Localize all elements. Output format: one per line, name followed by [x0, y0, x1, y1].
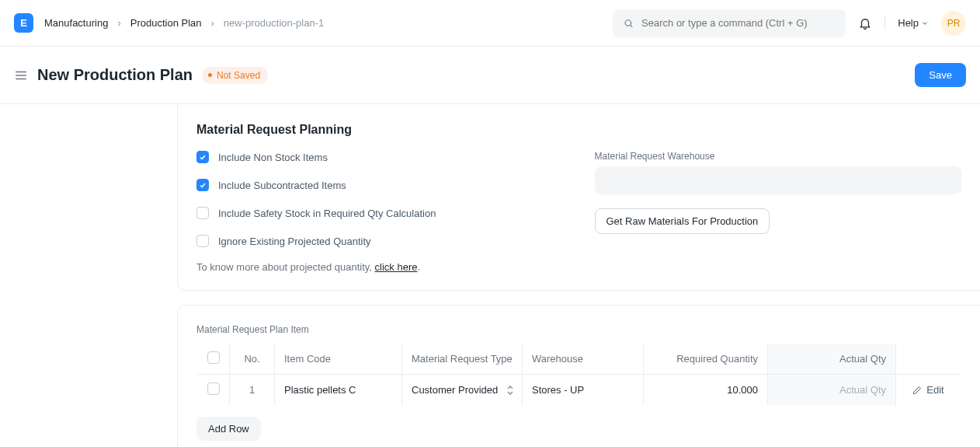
global-search[interactable]: [613, 9, 846, 37]
add-row-button[interactable]: Add Row: [196, 417, 261, 441]
row-select[interactable]: [197, 375, 230, 406]
check-label: Include Non Stock Items: [218, 152, 328, 163]
help-menu[interactable]: Help: [898, 17, 929, 29]
mrp-right-col: Material Request Warehouse Get Raw Mater…: [595, 151, 962, 273]
logo-letter: E: [20, 17, 27, 29]
breadcrumb: Manufacturing › Production Plan › new-pr…: [44, 17, 324, 29]
row-material-request-type[interactable]: Customer Provided: [402, 375, 523, 406]
col-no: No.: [230, 344, 275, 375]
get-raw-materials-button[interactable]: Get Raw Materials For Production: [595, 208, 770, 234]
row-required-qty[interactable]: 10.000: [644, 375, 768, 406]
checkbox-row[interactable]: [207, 382, 220, 395]
notifications-button[interactable]: [858, 16, 872, 30]
row-item-code[interactable]: Plastic pellets C: [275, 375, 402, 406]
topbar-left: E Manufacturing › Production Plan › new-…: [14, 13, 324, 33]
check-label: Include Subcontracted Items: [218, 180, 346, 191]
warehouse-input[interactable]: [595, 166, 962, 194]
checkbox-select-all[interactable]: [207, 351, 220, 364]
mrp-title: Material Request Planning: [196, 123, 961, 137]
row-no: 1: [230, 375, 275, 406]
click-here-link[interactable]: click here: [375, 261, 418, 273]
warehouse-label: Material Request Warehouse: [595, 151, 962, 162]
row-edit[interactable]: Edit: [896, 375, 961, 406]
menu-icon: [14, 68, 28, 82]
status-dot: [208, 73, 212, 77]
mrp-columns: Include Non Stock Items Include Subcontr…: [196, 151, 961, 273]
status-badge: Not Saved: [202, 67, 268, 84]
check-ignore-projected[interactable]: Ignore Existing Projected Quantity: [196, 235, 564, 247]
checkbox-include-subcontracted[interactable]: [196, 179, 209, 191]
projected-qty-help: To know more about projected quantity, c…: [196, 261, 564, 273]
svg-point-0: [625, 19, 631, 25]
row-actual-qty: Actual Qty: [768, 375, 896, 406]
table-header-row: No. Item Code Material Request Type Ware…: [197, 344, 961, 375]
breadcrumb-item-current: new-production-plan-1: [224, 17, 324, 29]
mrp-left-col: Include Non Stock Items Include Subcontr…: [196, 151, 564, 273]
chevron-down-icon: [921, 19, 929, 27]
avatar-initials: PR: [947, 18, 961, 29]
topbar: E Manufacturing › Production Plan › new-…: [0, 0, 980, 47]
checkbox-include-non-stock[interactable]: [196, 151, 209, 163]
col-edit: [896, 344, 961, 375]
row-warehouse[interactable]: Stores - UP: [523, 375, 644, 406]
help-prefix: To know more about projected quantity,: [196, 261, 375, 273]
edit-label: Edit: [926, 384, 944, 396]
page-header-left: New Production Plan Not Saved: [14, 66, 268, 84]
user-avatar[interactable]: PR: [941, 11, 966, 36]
page-title: New Production Plan: [37, 66, 193, 84]
app-logo[interactable]: E: [14, 13, 33, 33]
col-material-request-type: Material Request Type: [402, 344, 523, 375]
plan-item-label: Material Request Plan Item: [196, 324, 961, 335]
mrp-card: Material Request Planning Include Non St…: [177, 104, 980, 291]
chevron-right-icon: ›: [211, 17, 214, 29]
table-row: 1 Plastic pellets C Customer Provided St…: [197, 375, 961, 406]
select-caret-icon: [506, 385, 514, 396]
bell-icon: [858, 16, 872, 30]
save-button[interactable]: Save: [915, 63, 966, 87]
checkbox-ignore-projected[interactable]: [196, 235, 209, 247]
help-label: Help: [898, 17, 919, 29]
search-icon: [624, 18, 634, 29]
check-label: Include Safety Stock in Required Qty Cal…: [218, 208, 436, 219]
check-include-subcontracted[interactable]: Include Subcontracted Items: [196, 179, 564, 191]
edit-icon: [912, 386, 922, 395]
row-mrt-value: Customer Provided: [412, 384, 498, 396]
plan-item-card: Material Request Plan Item No. Item Code…: [177, 305, 980, 447]
topbar-right: Help PR: [613, 9, 966, 37]
col-warehouse: Warehouse: [523, 344, 644, 375]
check-icon: [199, 153, 207, 161]
check-label: Ignore Existing Projected Quantity: [218, 236, 371, 247]
page-header: New Production Plan Not Saved Save: [0, 47, 980, 104]
check-icon: [199, 181, 207, 189]
check-include-non-stock[interactable]: Include Non Stock Items: [196, 151, 564, 163]
sidebar-toggle[interactable]: [14, 68, 28, 82]
col-actual-qty: Actual Qty: [768, 344, 896, 375]
col-required-qty: Required Quantity: [644, 344, 768, 375]
breadcrumb-item-production-plan[interactable]: Production Plan: [130, 17, 202, 29]
breadcrumb-item-manufacturing[interactable]: Manufacturing: [44, 17, 108, 29]
search-input[interactable]: [641, 17, 835, 29]
chevron-right-icon: ›: [117, 17, 120, 29]
plan-item-table: No. Item Code Material Request Type Ware…: [196, 343, 961, 406]
content: Material Request Planning Include Non St…: [0, 104, 980, 447]
checkbox-include-safety-stock[interactable]: [196, 207, 209, 219]
svg-line-1: [631, 25, 632, 26]
col-select-all[interactable]: [197, 344, 230, 375]
check-include-safety-stock[interactable]: Include Safety Stock in Required Qty Cal…: [196, 207, 564, 219]
status-label: Not Saved: [217, 70, 260, 81]
divider: [884, 16, 885, 30]
col-item-code: Item Code: [275, 344, 402, 375]
help-suffix: .: [417, 261, 420, 273]
